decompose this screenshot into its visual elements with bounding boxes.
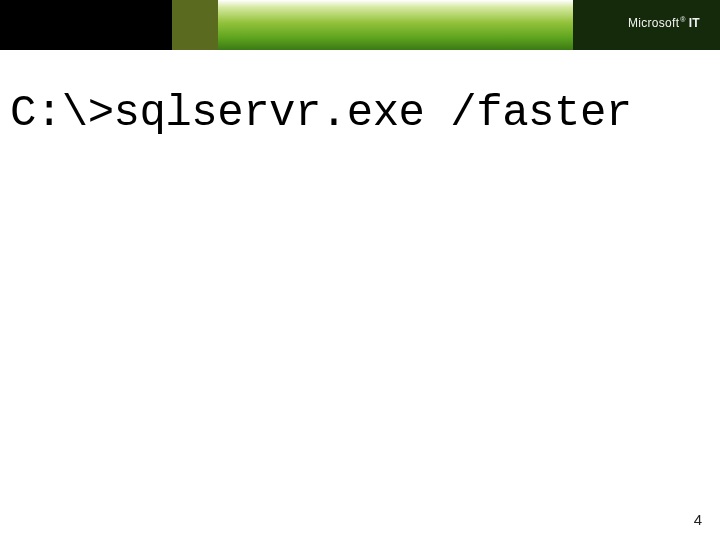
brand-logo: Microsoft®IT <box>628 16 700 30</box>
header-segment-black <box>0 0 172 50</box>
brand-main: Microsoft <box>628 16 679 30</box>
header-band: Microsoft®IT <box>0 0 720 50</box>
page-number: 4 <box>694 511 702 528</box>
brand-suffix: IT <box>689 16 700 30</box>
command-line: C:\>sqlservr.exe /faster <box>10 88 710 138</box>
header-segment-olive <box>172 0 218 50</box>
header-segment-dark: Microsoft®IT <box>573 0 720 50</box>
brand-registered-icon: ® <box>680 16 685 23</box>
header-segment-green <box>218 0 573 50</box>
